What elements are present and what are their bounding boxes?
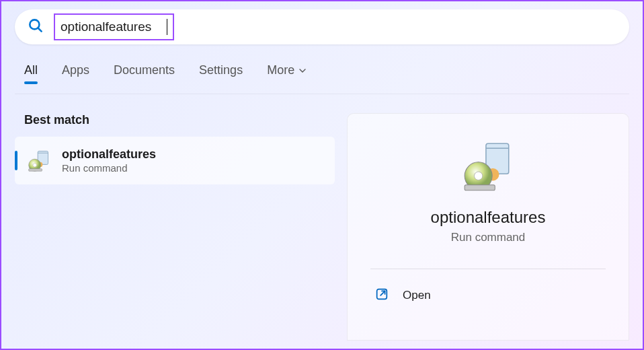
search-result-item[interactable]: optionalfeatures Run command [15,137,335,184]
search-icon [27,17,44,37]
open-action[interactable]: Open [370,284,606,307]
search-highlight-box [54,13,174,40]
detail-panel: optionalfeatures Run command Open [347,113,629,341]
program-box-icon [27,149,51,173]
program-box-icon [460,139,516,195]
search-bar[interactable] [15,9,629,44]
detail-subtitle: Run command [451,231,526,244]
filter-tabs: All Apps Documents Settings More [15,44,629,94]
svg-point-5 [33,163,36,166]
chevron-down-icon [298,67,307,75]
result-title: optionalfeatures [62,147,156,162]
tab-all[interactable]: All [24,63,38,81]
detail-title: optionalfeatures [431,208,546,227]
result-subtitle: Run command [62,162,156,174]
best-match-heading: Best match [24,113,325,127]
tab-apps[interactable]: Apps [62,63,89,81]
svg-rect-6 [29,168,42,171]
svg-rect-11 [465,185,495,190]
search-input[interactable] [61,20,168,34]
open-label: Open [403,289,431,302]
tab-settings[interactable]: Settings [199,63,243,81]
divider [370,269,606,269]
svg-point-10 [475,172,483,180]
tab-more-label: More [267,63,294,77]
text-cursor [167,19,167,35]
tab-more[interactable]: More [267,63,307,81]
open-external-icon [374,287,389,304]
svg-line-1 [38,28,41,31]
tab-documents[interactable]: Documents [114,63,175,81]
